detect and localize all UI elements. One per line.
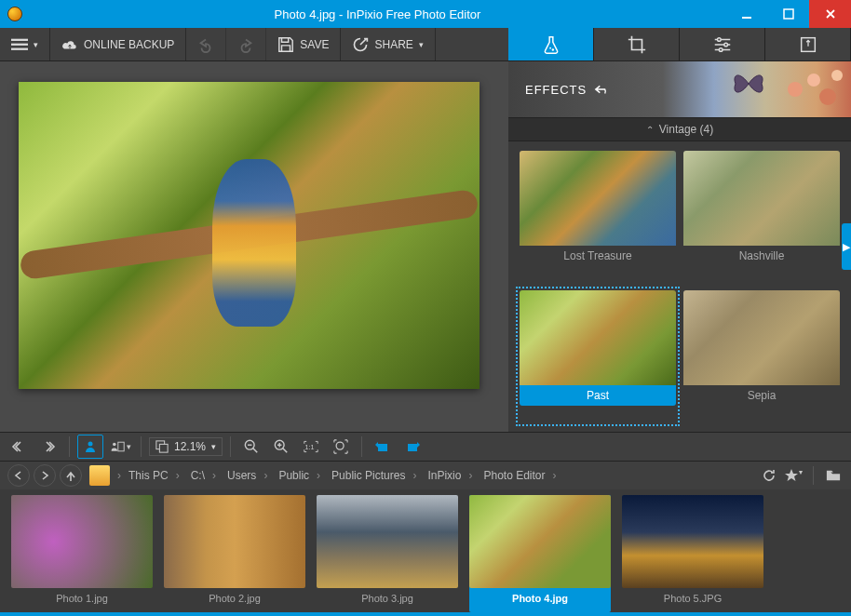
film-thumb xyxy=(11,495,153,588)
rotate-right-button[interactable] xyxy=(399,435,426,459)
breadcrumb-public[interactable]: Public› xyxy=(275,469,324,482)
tab-effects[interactable] xyxy=(508,28,594,60)
undo-button[interactable] xyxy=(186,28,226,60)
zoom-display[interactable]: 12.1% ▾ xyxy=(149,437,223,456)
zoom-icon xyxy=(155,440,169,453)
breadcrumb-users[interactable]: Users› xyxy=(223,469,271,482)
nav-up-button[interactable] xyxy=(60,464,82,487)
effect-label: Nashville xyxy=(683,246,840,266)
window-controls xyxy=(725,0,851,28)
refresh-button[interactable] xyxy=(759,468,779,483)
redo-button[interactable] xyxy=(226,28,266,60)
svg-rect-17 xyxy=(117,442,123,451)
effect-thumb xyxy=(520,151,676,246)
crop-icon xyxy=(627,34,647,55)
film-thumb xyxy=(317,495,458,588)
tab-crop[interactable] xyxy=(594,28,680,60)
undo-icon[interactable] xyxy=(594,83,611,96)
canvas-area xyxy=(0,61,508,432)
share-button[interactable]: SHARE ▾ xyxy=(341,28,435,60)
flask-icon xyxy=(541,34,561,55)
maximize-button[interactable] xyxy=(767,0,809,28)
svg-point-9 xyxy=(719,47,723,51)
svg-point-7 xyxy=(717,37,721,41)
svg-rect-0 xyxy=(742,17,751,19)
prev-image-button[interactable] xyxy=(6,435,32,459)
effect-thumb xyxy=(683,151,840,246)
breadcrumb-photo-editor[interactable]: Photo Editor› xyxy=(480,469,560,482)
online-backup-button[interactable]: ONLINE BACKUP xyxy=(50,28,186,60)
svg-point-6 xyxy=(551,48,553,50)
folder-icon xyxy=(89,465,110,486)
svg-rect-2 xyxy=(11,38,28,40)
nav-back-button[interactable] xyxy=(7,464,30,487)
tab-frame[interactable] xyxy=(765,28,851,60)
breadcrumb-public-pictures[interactable]: Public Pictures› xyxy=(328,469,420,482)
effect-tile-nashville[interactable]: Nashville xyxy=(683,151,840,283)
share-label: SHARE xyxy=(374,38,412,51)
film-tile-photo2[interactable]: Photo 2.jpg xyxy=(164,495,305,612)
close-button[interactable] xyxy=(809,0,851,28)
effect-tile-past[interactable]: Past xyxy=(520,290,676,422)
tab-adjust[interactable] xyxy=(680,28,765,60)
svg-point-5 xyxy=(549,47,551,48)
image-canvas[interactable] xyxy=(19,82,480,389)
svg-point-14 xyxy=(831,70,843,81)
effect-thumb xyxy=(683,290,840,385)
breadcrumb-inpixio[interactable]: InPixio› xyxy=(424,469,476,482)
svg-point-11 xyxy=(788,82,803,97)
film-label: Photo 3.jpg xyxy=(317,588,458,609)
effect-label: Sepia xyxy=(683,385,840,406)
window-title: Photo 4.jpg - InPixio Free Photo Editor xyxy=(30,7,725,21)
rotate-left-button[interactable] xyxy=(370,435,396,459)
film-thumb xyxy=(622,495,763,588)
category-header-vintage[interactable]: ⌃ Vintage (4) xyxy=(508,117,851,141)
chevron-down-icon: ▾ xyxy=(34,40,38,49)
breadcrumb-this-pc[interactable]: This PC› xyxy=(125,469,183,482)
bottom-accent-bar xyxy=(0,612,851,616)
effect-tile-lost-treasure[interactable]: Lost Treasure xyxy=(520,151,676,283)
online-backup-label: ONLINE BACKUP xyxy=(84,38,174,51)
minimize-button[interactable] xyxy=(725,0,767,28)
panel-collapse-handle[interactable]: ▶ xyxy=(842,223,851,270)
open-folder-button[interactable] xyxy=(823,468,844,483)
zoom-value: 12.1% xyxy=(174,440,206,453)
flowers-decoration xyxy=(777,61,851,117)
zoom-out-button[interactable] xyxy=(238,435,264,459)
effect-tile-sepia[interactable]: Sepia xyxy=(683,290,840,422)
svg-rect-19 xyxy=(159,444,168,452)
save-button[interactable]: SAVE xyxy=(266,28,341,60)
nav-forward-button[interactable] xyxy=(34,464,56,487)
zoom-actual-button[interactable]: 1:1 xyxy=(298,435,324,459)
effects-grid: Lost Treasure Nashville Past Sepia xyxy=(508,141,851,432)
film-thumb xyxy=(164,495,305,588)
film-label: Photo 2.jpg xyxy=(164,588,305,609)
next-image-button[interactable] xyxy=(35,435,61,459)
single-view-button[interactable] xyxy=(77,435,103,459)
film-tile-photo1[interactable]: Photo 1.jpg xyxy=(11,495,153,612)
menu-button[interactable]: ▾ xyxy=(0,28,50,60)
effect-label: Past xyxy=(520,385,676,406)
svg-point-13 xyxy=(819,88,836,105)
image-content xyxy=(212,159,296,327)
chevron-down-icon: ▾ xyxy=(419,40,424,49)
svg-point-15 xyxy=(88,442,93,447)
title-bar: Photo 4.jpg - InPixio Free Photo Editor xyxy=(0,0,851,28)
zoom-fit-button[interactable] xyxy=(328,435,354,459)
svg-rect-24 xyxy=(378,444,387,451)
film-tile-photo3[interactable]: Photo 3.jpg xyxy=(317,495,458,612)
file-browser-nav: › This PC› C:\› Users› Public› Public Pi… xyxy=(0,462,851,489)
save-label: SAVE xyxy=(300,38,329,51)
zoom-in-button[interactable] xyxy=(268,435,294,459)
compare-view-button[interactable]: ▾ xyxy=(107,435,133,459)
breadcrumb-c[interactable]: C:\› xyxy=(187,469,220,482)
film-tile-photo5[interactable]: Photo 5.JPG xyxy=(622,495,763,612)
film-label: Photo 5.JPG xyxy=(622,588,763,609)
favorite-button[interactable]: ▾ xyxy=(783,468,804,483)
film-label: Photo 4.jpg xyxy=(469,588,611,609)
effect-label: Lost Treasure xyxy=(520,246,676,266)
effects-title: EFFECTS xyxy=(525,83,587,97)
svg-point-8 xyxy=(723,43,727,47)
main-area: EFFECTS ⌃ Vintage (4) Lost Treasure Nash… xyxy=(0,61,851,432)
film-tile-photo4[interactable]: Photo 4.jpg xyxy=(469,495,611,612)
